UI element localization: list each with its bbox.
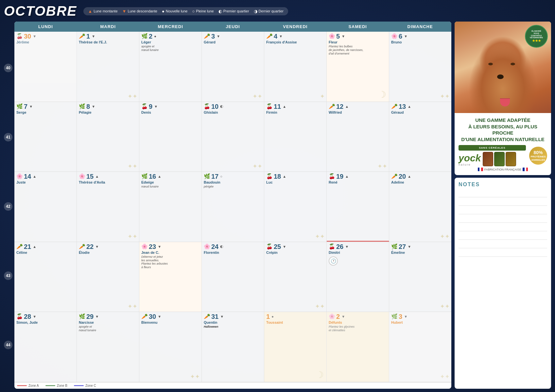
header-dimanche: DIMANCHE xyxy=(389,22,451,32)
week-row-44: 🍒28▼ Simon, Jude 🌿29▼ Narcisse apogée et… xyxy=(14,312,451,382)
week-40: 40 xyxy=(4,64,12,72)
day-oct26: 🍒26▼ Dimitri 🕐 xyxy=(327,242,389,312)
day-nov1: 1● Toussaint ☽ xyxy=(264,312,327,382)
moon-descendante-label: Lune descendante xyxy=(128,9,157,13)
day-nov2: 🌸2▼ Défunts Plantez les glycineset cléma… xyxy=(327,312,389,382)
week-row-43: 🥕21▲ Céline 🥕22▼ Élodie ✦✦ 🌸23▼ Jean de … xyxy=(14,242,451,312)
time-change-badge: 🕐 xyxy=(329,256,338,266)
ad-panel: ÉLABORÉSOUSCONTRÔLEVÉTÉRINAIRE ★★★ UNE G… xyxy=(455,22,551,175)
day-oct28: 🍒28▼ Simon, Jude xyxy=(14,312,77,382)
day-oct21: 🥕21▲ Céline xyxy=(14,242,77,312)
day-oct19: 🍒19▲ René xyxy=(327,172,389,242)
moon-nouvelle: ● Nouvelle lune xyxy=(162,9,188,14)
day-oct3: 🥕3▼ Gérard ✦✦ xyxy=(202,32,264,102)
calendar: LUNDI MARDI MERCREDI JEUDI VENDREDI SAME… xyxy=(14,22,451,389)
dog-image: ÉLABORÉSOUSCONTRÔLEVÉTÉRINAIRE ★★★ xyxy=(455,22,551,113)
day-oct24: 🌸24◐ Florentin xyxy=(202,242,264,312)
day-oct30: 🥕30▼ Bienvenu ✦✦ xyxy=(139,312,202,382)
moon-dernier: ◑ Dernier quartier xyxy=(254,9,284,14)
day-oct4: 🥕4▼ François d'Assise ✦ xyxy=(264,32,327,102)
day-oct29: 🌿29▼ Narcisse apogée etnœud lunaire xyxy=(77,312,139,382)
note-line-8[interactable] xyxy=(459,250,547,257)
note-line-6[interactable] xyxy=(459,233,547,240)
week-44: 44 xyxy=(4,341,12,349)
day-oct17: 🌿17○ Baudouin périgée xyxy=(202,172,264,242)
moon-montante: ▲ Lune montante xyxy=(88,9,117,14)
week-row-41: 🌿7▼ Serge 🌿8▼ Pélagie ✦✦ 🍒9▼ Denis 🍒10◐ xyxy=(14,102,451,172)
brand-sub: nature xyxy=(459,163,481,166)
made-in-france: FABRICATION FRANÇAISE xyxy=(459,168,547,171)
week-numbers: 40 41 42 43 44 xyxy=(4,22,14,389)
moon-pleine-icon: ○ xyxy=(192,9,195,14)
header-lundi: LUNDI xyxy=(14,22,77,32)
day-oct25: 🍒25▼ Crépin ✦✦ xyxy=(264,242,327,312)
ad-tagline: UNE GAMME ADAPTÉEÀ LEURS BESOINS, AU PLU… xyxy=(459,117,547,142)
week-41: 41 xyxy=(4,133,12,141)
notes-title: NOTES xyxy=(459,182,547,188)
day-oct16: 🌿16▲ Edwige nœud lunaire xyxy=(139,172,202,242)
product-row: SANS CÉRÉALES yock nature xyxy=(459,145,547,166)
moon-nouvelle-icon: ● xyxy=(162,9,165,14)
moon-descendante: ▼ Lune descendante xyxy=(122,9,157,14)
moon-dernier-label: Dernier quartier xyxy=(259,9,284,13)
note-line-7[interactable] xyxy=(459,241,547,248)
day-oct1: 🥕1▼ Thérèse de l'E.J. ✦✦ xyxy=(77,32,139,102)
moon-montante-label: Lune montante xyxy=(94,9,117,13)
moon-pleine-label: Pleine lune xyxy=(196,9,214,13)
moon-premier-label: Premier quartier xyxy=(223,9,249,13)
week-row-40: 🍒30▼ Jérôme 🥕1▼ Thérèse de l'E.J. ✦✦ 🌿2●… xyxy=(14,32,451,102)
moon-dernier-icon: ◑ xyxy=(254,9,257,14)
moon-legend: ▲ Lune montante ▼ Lune descendante ● Nou… xyxy=(83,7,288,15)
week-row-42: 🌸14▲ Juste 🌸15▲ Thérèse d'Avila ✦✦ 🌿16▲ … xyxy=(14,172,451,242)
vet-badge: ÉLABORÉSOUSCONTRÔLEVÉTÉRINAIRE ★★★ xyxy=(525,25,548,48)
cereal-badge: SANS CÉRÉALES xyxy=(459,145,526,151)
note-line-4[interactable] xyxy=(459,216,547,223)
month-title: OCTOBRE xyxy=(4,3,77,19)
moon-descendante-icon: ▼ xyxy=(122,9,127,14)
day-oct27: 🌿27▼ Émeline ✦✦ xyxy=(389,242,451,312)
day-headers: LUNDI MARDI MERCREDI JEUDI VENDREDI SAME… xyxy=(14,22,451,32)
ad-image: ÉLABORÉSOUSCONTRÔLEVÉTÉRINAIRE ★★★ xyxy=(455,22,551,113)
note-line-2[interactable] xyxy=(459,199,547,206)
day-oct13: 🥕13▲ Géraud xyxy=(389,102,451,172)
note-line-3[interactable] xyxy=(459,207,547,214)
zone-b: Zone B xyxy=(45,384,67,387)
day-oct12: 🥕12▲ Wilfried ✦✦ xyxy=(327,102,389,172)
notes-panel: NOTES xyxy=(455,178,551,389)
moon-premier-icon: ◐ xyxy=(218,9,222,14)
day-oct31: 🥕31▼ Quentin Halloween xyxy=(202,312,264,382)
day-oct23: 🌸23▼ Jean de C. Déterrez et jetezles ann… xyxy=(139,242,202,312)
header-mercredi: MERCREDI xyxy=(139,22,202,32)
brand-name: yock xyxy=(459,153,481,163)
french-flag-right xyxy=(523,168,528,171)
day-oct7: 🌿7▼ Serge xyxy=(14,102,77,172)
day-sep30: 🍒30▼ Jérôme xyxy=(14,32,77,102)
day-oct22: 🥕22▼ Élodie ✦✦ xyxy=(77,242,139,312)
protein-badge: 80% PROTÉINES ANIMALES xyxy=(529,147,547,165)
day-oct5: 🌸5▼ Fleur Plantez les bulbesde jacinthes… xyxy=(327,32,389,102)
week-42: 42 xyxy=(4,202,12,211)
day-oct15: 🌸15▲ Thérèse d'Avila ✦✦ xyxy=(77,172,139,242)
content-area: 40 41 42 43 44 LUNDI MARDI MERCREDI JEUD… xyxy=(4,22,551,389)
day-oct10: 🍒10◐ Ghislain ✦✦ xyxy=(202,102,264,172)
moon-pleine: ○ Pleine lune xyxy=(192,9,214,14)
header-samedi: SAMEDI xyxy=(326,22,389,32)
note-line-5[interactable] xyxy=(459,224,547,231)
day-oct6: 🌸6▼ Bruno ✦✦ xyxy=(389,32,451,102)
day-nov3: 🌿3▼ Hubert ✦✦ xyxy=(389,312,451,382)
header-mardi: MARDI xyxy=(77,22,139,32)
day-oct11: 🍒11▲ Firmin xyxy=(264,102,327,172)
day-oct18: 🍒18▲ Luc ✦✦ xyxy=(264,172,327,242)
page-header: OCTOBRE ▲ Lune montante ▼ Lune descendan… xyxy=(4,3,551,19)
product-bags xyxy=(483,152,516,166)
moon-premier: ◐ Premier quartier xyxy=(218,9,249,14)
moon-nouvelle-label: Nouvelle lune xyxy=(166,9,188,13)
zone-a: Zone A xyxy=(17,384,39,387)
day-oct20: 🥕20▲ Adeline ✦✦ xyxy=(389,172,451,242)
day-oct14: 🌸14▲ Juste xyxy=(14,172,77,242)
note-line-1[interactable] xyxy=(459,190,547,197)
ad-content: UNE GAMME ADAPTÉEÀ LEURS BESOINS, AU PLU… xyxy=(455,113,551,175)
week-43: 43 xyxy=(4,271,12,280)
header-jeudi: JEUDI xyxy=(202,22,264,32)
header-vendredi: VENDREDI xyxy=(264,22,326,32)
